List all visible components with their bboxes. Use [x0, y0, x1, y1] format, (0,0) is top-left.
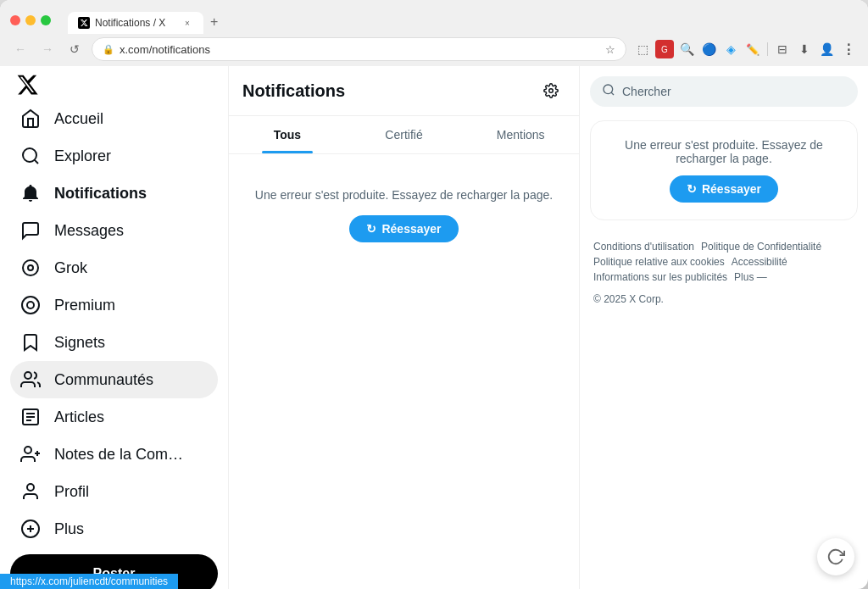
- footer-link-publicites[interactable]: Informations sur les publicités: [593, 271, 727, 283]
- sidebar-label-grok: Grok: [54, 259, 87, 277]
- grok-icon: [20, 258, 41, 278]
- settings-gear-icon: [543, 83, 559, 98]
- x-logo-icon: [15, 73, 39, 97]
- pencil-icon[interactable]: ✏️: [743, 40, 762, 58]
- x-logo-button[interactable]: [10, 73, 44, 97]
- footer-link-confidentialite[interactable]: Politique de Confidentialité: [701, 241, 821, 253]
- notifications-error-section: Une erreur s'est produite. Essayez de re…: [229, 154, 579, 276]
- toolbar-separator: [767, 42, 768, 56]
- tab-mentions[interactable]: Mentions: [462, 116, 579, 153]
- x-favicon-icon: [80, 19, 88, 27]
- sidebar-label-signets: Signets: [54, 334, 105, 352]
- sidebar-label-explorer: Explorer: [54, 147, 111, 165]
- tab-tous[interactable]: Tous: [229, 116, 346, 153]
- explore-icon: [20, 146, 41, 166]
- address-lock-icon: 🔒: [103, 44, 114, 55]
- svg-point-14: [27, 484, 34, 491]
- sidebar-label-notes-com: Notes de la Com…: [54, 446, 183, 464]
- sidebar-label-premium: Premium: [54, 297, 115, 314]
- maximize-traffic-light[interactable]: [41, 15, 51, 25]
- svg-point-19: [604, 85, 613, 94]
- search-input[interactable]: [622, 85, 846, 98]
- traffic-lights: [10, 15, 51, 25]
- minimize-traffic-light[interactable]: [25, 15, 36, 25]
- search-bar[interactable]: [590, 76, 858, 107]
- sidebar-item-notes-com[interactable]: Notes de la Com…: [10, 436, 218, 473]
- svg-point-18: [549, 89, 554, 93]
- sidebar-item-notifications[interactable]: Notifications: [10, 175, 218, 212]
- search-lens-icon[interactable]: 🔍: [677, 40, 696, 58]
- sidebar-item-profil[interactable]: Profil: [10, 473, 218, 510]
- more-dots-icon[interactable]: ⋮: [839, 40, 858, 58]
- notifications-title: Notifications: [242, 81, 345, 101]
- extension-circle-icon[interactable]: 🔵: [699, 40, 718, 58]
- screenshot-icon[interactable]: ⬚: [633, 40, 652, 58]
- profile-nav-icon: [20, 481, 41, 502]
- tabs-bar: Notifications / X × +: [58, 10, 235, 34]
- notifications-retry-button[interactable]: ↻ Réessayer: [349, 215, 458, 242]
- sidebar-item-signets[interactable]: Signets: [10, 324, 218, 361]
- download-icon[interactable]: ⬇: [795, 40, 814, 58]
- sidebar-item-plus[interactable]: Plus: [10, 510, 218, 547]
- sidebar-item-grok[interactable]: Grok: [10, 249, 218, 286]
- notifications-tabs: Tous Certifié Mentions: [229, 116, 579, 154]
- notifications-settings-button[interactable]: [537, 76, 565, 105]
- new-tab-button[interactable]: +: [203, 10, 225, 34]
- footer-link-accessibilite[interactable]: Accessibilité: [732, 256, 787, 268]
- right-retry-icon: ↻: [687, 182, 697, 196]
- floating-action-icon[interactable]: [817, 538, 854, 575]
- sidebar: Accueil Explorer Notifications: [0, 66, 229, 589]
- reload-button[interactable]: ↺: [64, 39, 85, 59]
- extension-blue2-icon[interactable]: ◈: [721, 40, 740, 58]
- sidebar-item-messages[interactable]: Messages: [10, 212, 218, 249]
- sidebar-label-profil: Profil: [54, 483, 89, 501]
- notifications-header: Notifications: [229, 66, 579, 116]
- browser-tab[interactable]: Notifications / X ×: [68, 12, 203, 34]
- svg-point-0: [23, 148, 36, 162]
- address-bar[interactable]: 🔒 x.com/notifications ☆: [92, 37, 626, 61]
- notifications-panel: Notifications Tous Certifié Mentions Une…: [229, 66, 580, 589]
- close-traffic-light[interactable]: [10, 15, 20, 25]
- sidebar-item-accueil[interactable]: Accueil: [10, 100, 218, 137]
- footer-link-plus[interactable]: Plus —: [734, 271, 767, 283]
- retry-icon: ↻: [366, 222, 376, 236]
- tab-certifie[interactable]: Certifié: [346, 116, 463, 153]
- search-icon: [602, 83, 615, 100]
- extension-icon-red[interactable]: G: [655, 40, 674, 58]
- right-panel-retry-button[interactable]: ↻ Réessayer: [670, 175, 778, 203]
- notes-icon: [20, 444, 41, 464]
- home-icon: [20, 108, 41, 129]
- sidebar-label-communautes: Communautés: [54, 371, 153, 389]
- footer-copyright: © 2025 X Corp.: [590, 293, 858, 305]
- premium-icon: [20, 295, 41, 315]
- right-panel-error-box: Une erreur s'est produite. Essayez de re…: [590, 120, 858, 220]
- sidebar-item-explorer[interactable]: Explorer: [10, 137, 218, 175]
- communities-icon: [20, 370, 41, 390]
- sidebar-label-notifications: Notifications: [54, 185, 147, 203]
- bookmark-icon[interactable]: ⊟: [773, 40, 792, 58]
- toolbar-icons: ⬚ G 🔍 🔵 ◈ ✏️ ⊟ ⬇ 👤 ⋮: [633, 40, 858, 58]
- sidebar-item-premium[interactable]: Premium: [10, 286, 218, 324]
- tab-title: Notifications / X: [95, 17, 165, 29]
- svg-point-11: [25, 447, 31, 453]
- tab-close-button[interactable]: ×: [181, 17, 193, 29]
- sidebar-label-plus: Plus: [54, 520, 84, 538]
- app-area: Accueil Explorer Notifications: [0, 66, 868, 589]
- tab-favicon: [78, 17, 90, 29]
- more-icon: [20, 519, 41, 539]
- footer-link-cookies[interactable]: Politique relative aux cookies: [593, 256, 725, 268]
- sidebar-item-communautes[interactable]: Communautés: [10, 361, 218, 398]
- back-button[interactable]: ←: [10, 39, 31, 59]
- forward-button[interactable]: →: [37, 39, 58, 59]
- star-icon[interactable]: ☆: [605, 43, 615, 56]
- messages-icon: [20, 220, 41, 241]
- svg-line-20: [611, 92, 614, 95]
- sidebar-item-articles[interactable]: Articles: [10, 398, 218, 436]
- url-text: x.com/notifications: [120, 43, 210, 56]
- profile-icon[interactable]: 👤: [817, 40, 836, 58]
- bookmarks-icon: [20, 332, 41, 353]
- address-bar-row: ← → ↺ 🔒 x.com/notifications ☆ ⬚ G 🔍 🔵 ◈: [0, 34, 868, 66]
- articles-icon: [20, 407, 41, 427]
- sidebar-label-accueil: Accueil: [54, 110, 103, 128]
- footer-link-conditions[interactable]: Conditions d'utilisation: [593, 241, 694, 253]
